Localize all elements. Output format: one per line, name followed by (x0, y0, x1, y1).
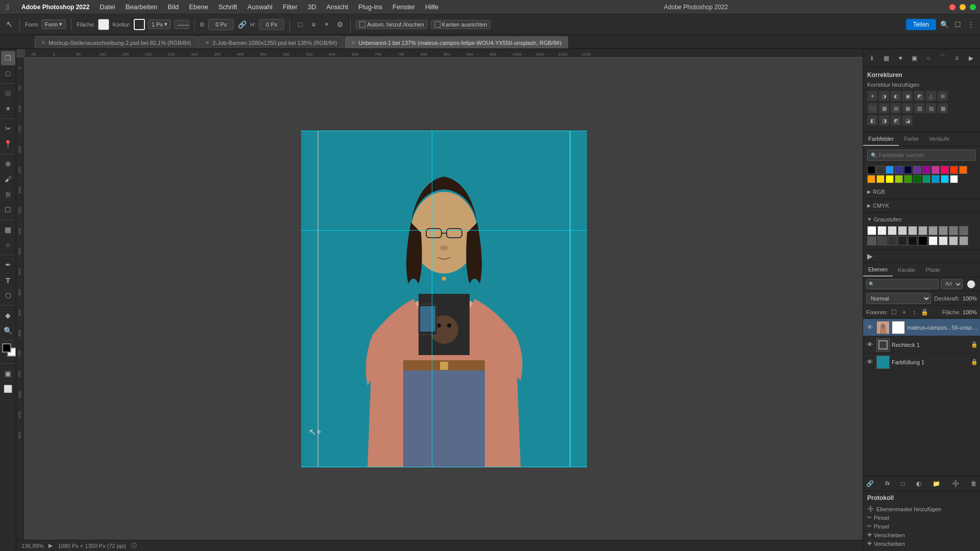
blend-mode-select[interactable]: Normal (866, 293, 931, 304)
swatch-basic[interactable] (895, 175, 903, 183)
layer-mask-icon[interactable]: □ (901, 480, 905, 487)
swatch-basic[interactable] (922, 166, 930, 174)
align-icon-2[interactable]: ≡ (308, 19, 318, 30)
tool-heal[interactable]: ⊕ (1, 157, 15, 171)
layer-item-1[interactable]: 👁 Rechteck 1 🔒 (863, 336, 980, 354)
menu-ansicht[interactable]: Ansicht (322, 2, 352, 12)
swatch-gray[interactable] (898, 226, 907, 235)
tool-eyedropper[interactable]: 📍 (1, 137, 15, 151)
panel-icon-4[interactable]: ▣ (909, 52, 921, 64)
tab-verlaeufe[interactable]: Verläufe (924, 132, 954, 146)
panels-icon[interactable]: ⋮ (966, 19, 976, 30)
tool-screen-mode[interactable]: ▣ (1, 366, 15, 381)
swatch-basic[interactable] (876, 175, 885, 183)
tool-crop[interactable]: ✂ (1, 121, 15, 136)
tool-gradient[interactable]: ▦ (1, 222, 15, 237)
layer-fx-icon[interactable]: fx (885, 481, 890, 486)
transform-icon[interactable]: ⌖ (322, 19, 332, 30)
align-icon-1[interactable]: □ (295, 19, 305, 30)
korr-icon-hsl[interactable]: ⊞ (938, 91, 948, 101)
tab-ebenen[interactable]: Ebenen (863, 263, 893, 277)
swatch-basic[interactable] (867, 175, 875, 183)
panel-icon-5[interactable]: ○ (923, 52, 935, 64)
tool-wand[interactable]: ✶ (1, 102, 15, 116)
swatch-basic[interactable] (886, 166, 894, 174)
layer-link-icon[interactable]: 🔗 (866, 480, 874, 487)
ebenen-filter-toggle[interactable]: ⚪ (965, 278, 977, 290)
move-tool-icon[interactable]: ↖ (4, 19, 14, 30)
panel-icon-3[interactable]: ♥ (894, 52, 906, 64)
swatch-basic[interactable] (932, 175, 940, 183)
line-type[interactable]: —— (174, 20, 189, 29)
swatch-basic[interactable] (950, 166, 958, 174)
graustufen-group-header[interactable]: ▼ Graustufen (867, 215, 976, 224)
swatch-basic[interactable] (876, 166, 885, 174)
h-input[interactable] (259, 19, 284, 30)
tab-2[interactable]: ✕ Unbenannt-1 bei 137% (mateus-campos-fe… (345, 36, 568, 48)
protokoll-item-1[interactable]: ✏ Pinsel (867, 513, 976, 522)
tab-pfade[interactable]: Pfade (920, 263, 945, 277)
color-play-btn[interactable]: ▶ (863, 250, 980, 262)
swatch-gray[interactable] (928, 226, 938, 235)
tab-1[interactable]: ✕ 2-Job-Banner-1080x1350.psd bei 135% (R… (199, 36, 344, 48)
swatch-basic[interactable] (895, 166, 903, 174)
layer-adj-icon[interactable]: ◐ (916, 480, 921, 487)
swatch-basic[interactable] (913, 175, 921, 183)
tab-farbe[interactable]: Farbe (899, 132, 924, 146)
korr-icon-photo[interactable]: ▤ (891, 103, 901, 113)
korr-icon-curves[interactable]: ▣ (902, 91, 913, 101)
ebenen-filter-select[interactable]: Art (941, 279, 963, 289)
fix-icon-4[interactable]: 🔒 (920, 308, 928, 316)
korr-icon-contrast[interactable]: ◑ (879, 91, 889, 101)
panel-icon-2[interactable]: ▦ (880, 52, 893, 64)
window-minimize[interactable] (960, 4, 966, 10)
korr-icon-colorbal[interactable]: ⬛ (867, 103, 877, 113)
swatch-gray[interactable] (908, 236, 917, 245)
swatch-gray[interactable] (877, 226, 887, 235)
foreground-background-colors[interactable] (1, 343, 15, 361)
apple-menu[interactable]:  (4, 4, 11, 11)
tool-shape[interactable]: ◆ (1, 308, 15, 322)
autom-btn[interactable]: Autom. hinzuf./löschen (356, 20, 427, 29)
menu-filter[interactable]: Filter (279, 2, 302, 12)
protokoll-item-0[interactable]: ➕ Ebenenmaske hinzufügen (867, 505, 976, 513)
cmyk-group-header[interactable]: ▶ CMYK (867, 201, 976, 210)
swatch-basic[interactable] (932, 166, 940, 174)
tool-path-select[interactable]: ⬡ (1, 288, 15, 303)
ebenen-search[interactable]: 🔍 (866, 279, 939, 289)
panel-icon-6[interactable]: ⌒ (937, 52, 949, 64)
foreground-color[interactable] (2, 343, 11, 353)
menu-auswahl[interactable]: Auswahl (243, 2, 277, 12)
menu-fenster[interactable]: Fenster (388, 2, 419, 12)
menu-3d[interactable]: 3D (304, 2, 321, 12)
farbfelder-search-box[interactable]: 🔍 (867, 149, 976, 161)
korr-icon-thres[interactable]: ▨ (926, 103, 936, 113)
layer-item-0[interactable]: 👁 mateus-campos...5II-unsplash (863, 319, 980, 336)
tool-text[interactable]: T (1, 273, 15, 287)
b-input[interactable] (208, 19, 234, 30)
swatch-basic[interactable] (886, 175, 894, 183)
swatch-basic[interactable] (959, 166, 967, 174)
korr-icon-solid[interactable]: ◨ (879, 115, 889, 126)
menu-ebene[interactable]: Ebene (185, 2, 212, 12)
swatch-gray[interactable] (918, 236, 927, 245)
layer-item-2[interactable]: 👁 Farbfüllung 1 🔒 (863, 354, 980, 371)
kanten-btn[interactable]: Kanten ausrichten (431, 20, 491, 29)
korr-icon-grad[interactable]: ◩ (891, 115, 901, 126)
tool-move[interactable]: ❐ (1, 51, 15, 65)
window-maximize[interactable] (970, 4, 976, 10)
tool-lasso[interactable]: ⦾ (1, 86, 15, 101)
swatch-gray[interactable] (888, 236, 897, 245)
ebenen-search-input[interactable] (876, 281, 936, 287)
tool-eraser[interactable]: ☐ (1, 203, 15, 217)
swatch-gray[interactable] (898, 236, 907, 245)
swatch-gray[interactable] (867, 226, 876, 235)
korr-icon-levels[interactable]: ◐ (891, 91, 901, 101)
swatch-gray[interactable] (939, 226, 948, 235)
kontur-color[interactable] (134, 19, 145, 30)
swatch-basic[interactable] (904, 166, 912, 174)
swatch-basic[interactable] (913, 166, 921, 174)
menu-photoshop[interactable]: Adobe Photoshop 2022 (17, 3, 93, 12)
layer-vis-0[interactable]: 👁 (865, 323, 874, 332)
swatch-gray[interactable] (867, 236, 876, 245)
